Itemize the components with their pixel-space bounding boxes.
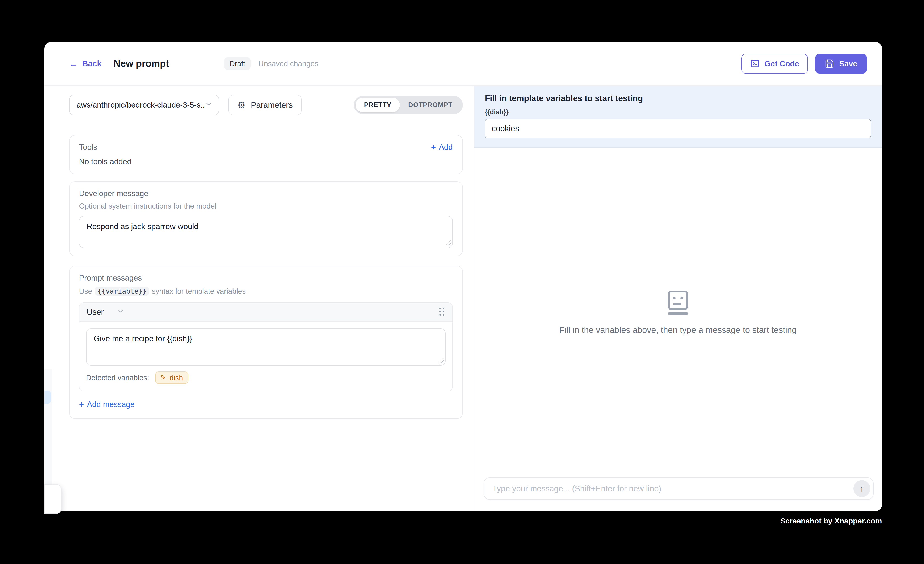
developer-message-card: Developer message Optional system instru…	[69, 182, 463, 256]
prompt-editor-pane: aws/anthropic/bedrock-claude-3-5-s... ⚙ …	[44, 86, 474, 511]
toggle-dotprompt[interactable]: DOTPROMPT	[400, 98, 461, 112]
gear-icon: ⚙	[237, 100, 245, 110]
message-header: User	[80, 303, 452, 322]
hint-prefix: Use	[79, 287, 92, 296]
variable-dish-input[interactable]	[484, 119, 871, 138]
back-arrow-icon: ←	[69, 59, 78, 68]
top-bar: ← Back New prompt Draft Unsaved changes …	[44, 42, 882, 86]
prompt-messages-title: Prompt messages	[79, 273, 453, 282]
unsaved-changes-text: Unsaved changes	[258, 59, 318, 68]
prompt-editor-window: ← Back New prompt Draft Unsaved changes …	[44, 42, 882, 511]
pencil-icon: ✎	[160, 374, 166, 381]
page-title: New prompt	[114, 58, 169, 69]
back-button[interactable]: ← Back	[69, 59, 102, 68]
model-selector-value: aws/anthropic/bedrock-claude-3-5-s...	[76, 100, 205, 110]
add-message-button[interactable]: + Add message	[79, 400, 453, 409]
format-toggle: PRETTY DOTPROMPT	[354, 96, 463, 114]
chevron-down-icon	[205, 100, 213, 110]
hint-suffix: syntax for template variables	[152, 287, 246, 296]
prompt-messages-card: Prompt messages Use {{variable}} syntax …	[69, 266, 463, 419]
toggle-pretty[interactable]: PRETTY	[356, 98, 400, 112]
tools-title: Tools	[79, 142, 97, 152]
background-sidebar-sliver	[44, 369, 52, 484]
save-button[interactable]: Save	[815, 54, 867, 74]
tools-card: Tools + Add No tools added	[69, 135, 463, 174]
get-code-button[interactable]: Get Code	[741, 54, 808, 74]
template-variables-panel: Fill in template variables to start test…	[474, 86, 882, 148]
add-tool-button[interactable]: + Add	[431, 142, 453, 152]
plus-icon: +	[431, 143, 436, 152]
add-message-label: Add message	[87, 400, 135, 409]
parameters-label: Parameters	[251, 100, 293, 110]
add-tool-label: Add	[439, 142, 453, 152]
parameters-button[interactable]: ⚙ Parameters	[228, 95, 302, 115]
chevron-down-icon	[117, 308, 124, 316]
get-code-label: Get Code	[764, 59, 799, 68]
tools-empty-text: No tools added	[79, 157, 453, 166]
plus-icon: +	[79, 400, 84, 409]
variable-badge-label: dish	[170, 374, 183, 382]
developer-message-input[interactable]: Respond as jack sparrow would	[79, 216, 453, 248]
chat-message-input[interactable]	[491, 483, 854, 494]
terminal-icon	[750, 59, 760, 69]
variable-syntax-hint: Use {{variable}} syntax for template var…	[79, 286, 453, 296]
chat-empty-state: Fill in the variables above, then type a…	[474, 148, 882, 511]
watermark-text: Screenshot by Xnapper.com	[780, 516, 882, 525]
role-selector[interactable]: User	[87, 308, 124, 316]
send-message-button[interactable]: ↑	[854, 480, 870, 497]
developer-message-title: Developer message	[79, 189, 453, 198]
variable-code-chip: {{variable}}	[95, 286, 149, 296]
save-icon	[825, 59, 834, 69]
status-badge: Draft	[224, 57, 251, 70]
prompt-tester-pane: Fill in template variables to start test…	[474, 86, 882, 511]
background-sidebar-selected-item[interactable]	[44, 390, 51, 404]
save-label: Save	[839, 59, 857, 68]
variables-panel-title: Fill in template variables to start test…	[484, 94, 871, 103]
developer-message-subtitle: Optional system instructions for the mod…	[79, 202, 453, 210]
message-content-input[interactable]: Give me a recipe for {{dish}}	[86, 328, 446, 366]
variable-badge-dish[interactable]: ✎ dish	[155, 372, 188, 384]
send-arrow-icon: ↑	[860, 484, 864, 494]
robot-face-icon	[668, 291, 688, 315]
model-selector[interactable]: aws/anthropic/bedrock-claude-3-5-s...	[69, 95, 219, 115]
empty-state-text: Fill in the variables above, then type a…	[559, 325, 797, 335]
message-block: User Give me a recipe for {{dish}}	[79, 302, 453, 392]
variable-dish-label: {{dish}}	[484, 108, 871, 116]
chat-input-row: ↑	[484, 477, 874, 500]
detected-variables-label: Detected variables:	[86, 374, 149, 382]
drag-handle-icon[interactable]	[440, 308, 445, 316]
background-sidebar-popover	[44, 484, 62, 514]
role-value: User	[87, 308, 104, 316]
back-label: Back	[82, 59, 101, 68]
